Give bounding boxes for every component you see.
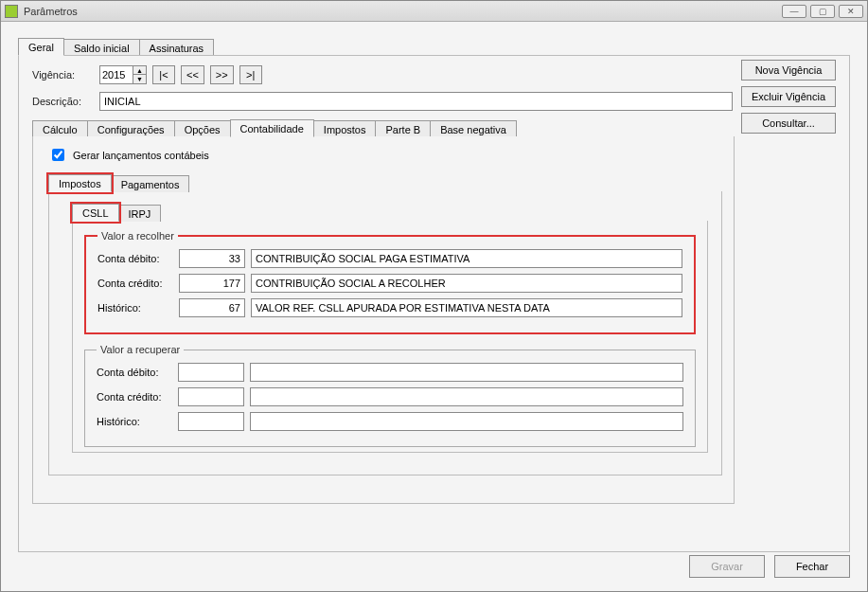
excluir-vigencia-button[interactable]: Excluir Vigência — [741, 86, 836, 107]
tab-saldo-inicial[interactable]: Saldo inicial — [63, 39, 140, 56]
valor-recuperar-group: Valor a recuperar Conta débito: Conta cr… — [84, 344, 696, 447]
recolher-credito-row: Conta crédito: — [97, 274, 682, 293]
nav-first-button[interactable]: |< — [152, 65, 175, 84]
bottom-buttons: Gravar Fechar — [689, 555, 850, 578]
recuperar-historico-code[interactable] — [178, 412, 244, 431]
recuperar-debito-desc[interactable] — [250, 363, 683, 382]
gravar-button[interactable]: Gravar — [689, 555, 765, 578]
sub-tabstrip: Cálculo Configurações Opções Contabilida… — [32, 118, 735, 136]
minimize-button[interactable]: — — [782, 5, 806, 18]
recolher-historico-row: Histórico: — [97, 298, 682, 317]
vigencia-year-input[interactable] — [100, 66, 133, 83]
tab-impostos-outer[interactable]: Impostos — [313, 120, 377, 137]
valor-recolher-group: Valor a recolher Conta débito: Conta cré… — [84, 230, 696, 334]
recolher-debito-code[interactable] — [179, 249, 245, 268]
descricao-label: Descrição: — [32, 96, 94, 107]
tab-base-negativa[interactable]: Base negativa — [430, 120, 517, 137]
close-button[interactable]: ✕ — [839, 5, 863, 18]
descricao-input[interactable] — [99, 92, 733, 111]
nav-last-button[interactable]: >| — [239, 65, 262, 84]
window-buttons: — ▢ ✕ — [782, 5, 863, 18]
recuperar-historico-row: Histórico: — [97, 412, 683, 431]
window-title: Parâmetros — [24, 6, 782, 17]
sub2-wrap: Impostos Pagamentos CSLL IRPJ — [48, 173, 722, 475]
tab-pagamentos[interactable]: Pagamentos — [111, 175, 190, 192]
gerar-lancamentos-label: Gerar lançamentos contábeis — [73, 150, 209, 161]
gerar-lancamentos-checkbox[interactable] — [52, 149, 64, 161]
tab-opcoes[interactable]: Opções — [174, 120, 231, 137]
recuperar-historico-label: Histórico: — [97, 416, 172, 427]
nav-next-button[interactable]: >> — [210, 65, 234, 84]
main-tabstrip: Geral Saldo inicial Assinaturas — [18, 37, 850, 55]
app-icon — [5, 5, 18, 18]
parametros-window: Parâmetros — ▢ ✕ Geral Saldo inicial Ass… — [0, 0, 868, 592]
sub2-tabstrip: Impostos Pagamentos — [48, 173, 722, 191]
tab-impostos-inner[interactable]: Impostos — [48, 174, 112, 192]
recolher-historico-code[interactable] — [179, 298, 245, 317]
valor-recolher-legend: Valor a recolher — [97, 230, 178, 242]
tab-csll[interactable]: CSLL — [72, 204, 119, 222]
recolher-debito-label: Conta débito: — [97, 253, 173, 264]
tab-parte-b[interactable]: Parte B — [375, 120, 431, 137]
client-area: Geral Saldo inicial Assinaturas Nova Vig… — [1, 22, 867, 591]
recolher-debito-desc[interactable] — [251, 249, 682, 268]
recuperar-credito-row: Conta crédito: — [97, 387, 683, 406]
tab-irpj[interactable]: IRPJ — [118, 205, 162, 222]
csll-panel: Valor a recolher Conta débito: Conta cré… — [72, 221, 708, 453]
recuperar-debito-row: Conta débito: — [97, 363, 683, 382]
year-down-button[interactable]: ▼ — [133, 75, 146, 83]
recuperar-debito-label: Conta débito: — [97, 367, 172, 378]
tab-contabilidade[interactable]: Contabilidade — [230, 119, 314, 137]
sub-tabs-area: Cálculo Configurações Opções Contabilida… — [32, 118, 735, 504]
contabilidade-panel: Gerar lançamentos contábeis Impostos Pag… — [32, 136, 735, 504]
recuperar-debito-code[interactable] — [178, 363, 244, 382]
recuperar-credito-desc[interactable] — [250, 387, 683, 406]
recolher-historico-label: Histórico: — [97, 302, 173, 314]
consultar-button[interactable]: Consultar... — [741, 113, 836, 134]
vigencia-row: Vigência: ▲ ▼ |< << >> >| — [32, 65, 714, 84]
recuperar-credito-label: Conta crédito: — [97, 391, 172, 403]
recolher-credito-code[interactable] — [179, 274, 245, 293]
tab-calculo[interactable]: Cálculo — [32, 120, 88, 137]
recuperar-credito-code[interactable] — [178, 387, 244, 406]
maximize-button[interactable]: ▢ — [810, 5, 835, 18]
tab-assinaturas[interactable]: Assinaturas — [139, 39, 214, 56]
valor-recuperar-legend: Valor a recuperar — [97, 344, 184, 355]
descricao-row: Descrição: — [32, 92, 733, 111]
recolher-debito-row: Conta débito: — [97, 249, 682, 268]
fechar-button[interactable]: Fechar — [774, 555, 850, 578]
side-buttons: Nova Vigência Excluir Vigência Consultar… — [741, 60, 836, 134]
geral-panel: Nova Vigência Excluir Vigência Consultar… — [18, 55, 850, 552]
recolher-historico-desc[interactable] — [251, 298, 682, 317]
year-up-button[interactable]: ▲ — [133, 66, 146, 75]
vigencia-label: Vigência: — [32, 69, 94, 81]
impostos-panel: CSLL IRPJ Valor a recolher Conta débito: — [48, 191, 722, 475]
sub3-tabstrip: CSLL IRPJ — [72, 203, 708, 221]
gerar-lancamentos-row: Gerar lançamentos contábeis — [48, 146, 722, 164]
nav-prev-button[interactable]: << — [181, 65, 204, 84]
tab-configuracoes[interactable]: Configurações — [87, 120, 175, 137]
titlebar: Parâmetros — ▢ ✕ — [1, 1, 867, 22]
recolher-credito-desc[interactable] — [251, 274, 682, 293]
nova-vigencia-button[interactable]: Nova Vigência — [741, 60, 836, 81]
recuperar-historico-desc[interactable] — [250, 412, 683, 431]
tab-geral[interactable]: Geral — [18, 38, 64, 56]
vigencia-year-spinner[interactable]: ▲ ▼ — [99, 65, 147, 84]
recolher-credito-label: Conta crédito: — [97, 278, 173, 289]
sub3-wrap: CSLL IRPJ Valor a recolher Conta débito: — [72, 203, 708, 453]
